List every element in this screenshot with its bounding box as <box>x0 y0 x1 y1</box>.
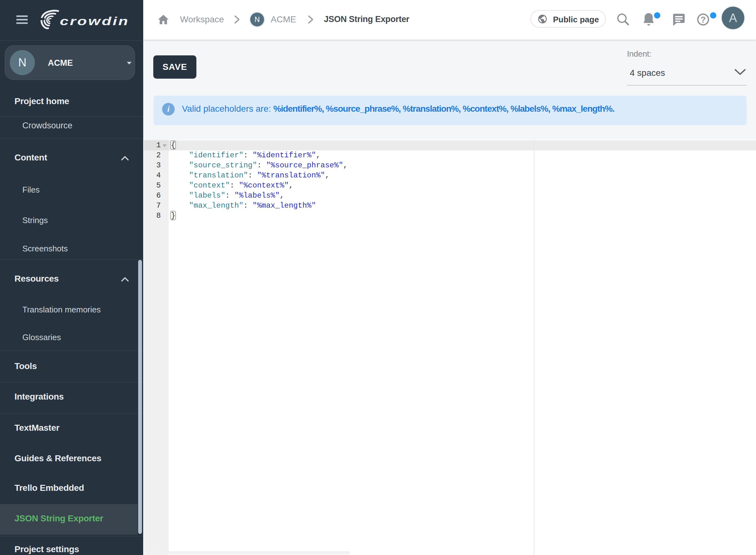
svg-text:?: ? <box>701 15 706 25</box>
